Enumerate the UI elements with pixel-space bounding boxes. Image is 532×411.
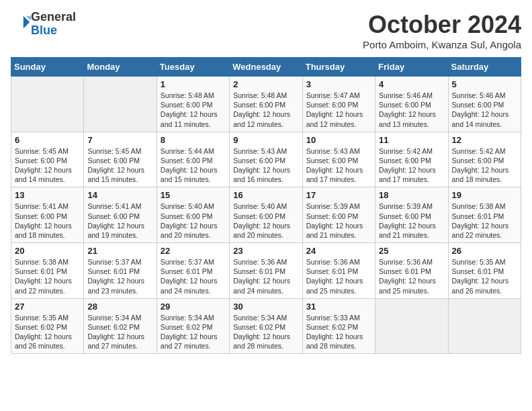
calendar-cell: 9Sunrise: 5:43 AM Sunset: 6:00 PM Daylig… xyxy=(230,132,302,187)
calendar-cell: 8Sunrise: 5:44 AM Sunset: 6:00 PM Daylig… xyxy=(157,132,229,187)
weekday-header-wednesday: Wednesday xyxy=(230,58,302,77)
calendar-cell: 7Sunrise: 5:45 AM Sunset: 6:00 PM Daylig… xyxy=(84,132,157,187)
calendar-cell xyxy=(11,77,84,132)
day-number: 22 xyxy=(161,246,226,256)
day-detail: Sunrise: 5:36 AM Sunset: 6:01 PM Dayligh… xyxy=(233,257,298,295)
calendar-cell: 25Sunrise: 5:36 AM Sunset: 6:01 PM Dayli… xyxy=(375,243,448,299)
calendar-week-row: 6Sunrise: 5:45 AM Sunset: 6:00 PM Daylig… xyxy=(11,132,521,187)
day-number: 15 xyxy=(161,190,226,200)
calendar-cell: 27Sunrise: 5:35 AM Sunset: 6:02 PM Dayli… xyxy=(11,298,84,354)
day-number: 30 xyxy=(233,302,298,312)
day-number: 8 xyxy=(161,135,226,145)
calendar-cell xyxy=(84,77,157,132)
calendar-cell: 2Sunrise: 5:48 AM Sunset: 6:00 PM Daylig… xyxy=(230,77,302,132)
day-number: 27 xyxy=(15,302,80,312)
day-number: 29 xyxy=(161,302,226,312)
calendar-cell xyxy=(448,298,521,354)
month-title: October 2024 xyxy=(363,11,521,39)
day-detail: Sunrise: 5:47 AM Sunset: 6:00 PM Dayligh… xyxy=(306,91,371,129)
day-number: 18 xyxy=(379,190,444,200)
calendar-week-row: 20Sunrise: 5:38 AM Sunset: 6:01 PM Dayli… xyxy=(11,243,521,299)
day-detail: Sunrise: 5:42 AM Sunset: 6:00 PM Dayligh… xyxy=(379,146,444,185)
day-number: 4 xyxy=(379,79,444,89)
weekday-header-monday: Monday xyxy=(84,58,157,77)
title-block: October 2024 Porto Amboim, Kwanza Sul, A… xyxy=(363,11,521,50)
calendar-cell: 10Sunrise: 5:43 AM Sunset: 6:00 PM Dayli… xyxy=(302,132,375,187)
weekday-header-row: SundayMondayTuesdayWednesdayThursdayFrid… xyxy=(11,58,521,77)
weekday-header-friday: Friday xyxy=(375,58,448,77)
day-number: 28 xyxy=(87,302,152,312)
day-detail: Sunrise: 5:45 AM Sunset: 6:00 PM Dayligh… xyxy=(87,146,152,185)
day-number: 25 xyxy=(379,246,444,256)
calendar-cell: 19Sunrise: 5:38 AM Sunset: 6:01 PM Dayli… xyxy=(448,187,521,243)
calendar-week-row: 1Sunrise: 5:48 AM Sunset: 6:00 PM Daylig… xyxy=(11,77,521,132)
calendar-cell: 16Sunrise: 5:40 AM Sunset: 6:00 PM Dayli… xyxy=(230,187,302,243)
day-number: 7 xyxy=(87,135,152,145)
day-number: 11 xyxy=(379,135,444,145)
day-number: 14 xyxy=(87,190,152,200)
calendar-cell: 22Sunrise: 5:37 AM Sunset: 6:01 PM Dayli… xyxy=(157,243,229,299)
day-number: 17 xyxy=(306,190,371,200)
day-detail: Sunrise: 5:46 AM Sunset: 6:00 PM Dayligh… xyxy=(379,91,444,129)
day-number: 24 xyxy=(306,246,371,256)
calendar-cell: 21Sunrise: 5:37 AM Sunset: 6:01 PM Dayli… xyxy=(84,243,157,299)
day-detail: Sunrise: 5:36 AM Sunset: 6:01 PM Dayligh… xyxy=(306,257,371,295)
weekday-header-sunday: Sunday xyxy=(11,58,84,77)
day-detail: Sunrise: 5:41 AM Sunset: 6:00 PM Dayligh… xyxy=(87,201,152,240)
day-detail: Sunrise: 5:36 AM Sunset: 6:01 PM Dayligh… xyxy=(379,257,444,295)
day-detail: Sunrise: 5:43 AM Sunset: 6:00 PM Dayligh… xyxy=(233,146,298,185)
calendar-cell xyxy=(375,298,448,354)
calendar-cell: 20Sunrise: 5:38 AM Sunset: 6:01 PM Dayli… xyxy=(11,243,84,299)
calendar-week-row: 13Sunrise: 5:41 AM Sunset: 6:00 PM Dayli… xyxy=(11,187,521,243)
day-number: 3 xyxy=(306,79,371,89)
day-number: 5 xyxy=(452,79,517,89)
calendar-cell: 26Sunrise: 5:35 AM Sunset: 6:01 PM Dayli… xyxy=(448,243,521,299)
day-number: 6 xyxy=(15,135,80,145)
day-detail: Sunrise: 5:39 AM Sunset: 6:00 PM Dayligh… xyxy=(379,201,444,240)
day-detail: Sunrise: 5:34 AM Sunset: 6:02 PM Dayligh… xyxy=(233,313,298,351)
day-detail: Sunrise: 5:42 AM Sunset: 6:00 PM Dayligh… xyxy=(452,146,517,185)
day-detail: Sunrise: 5:35 AM Sunset: 6:01 PM Dayligh… xyxy=(452,257,517,295)
day-detail: Sunrise: 5:41 AM Sunset: 6:00 PM Dayligh… xyxy=(15,201,80,240)
day-number: 16 xyxy=(233,190,298,200)
calendar-cell: 6Sunrise: 5:45 AM Sunset: 6:00 PM Daylig… xyxy=(11,132,84,187)
calendar-cell: 14Sunrise: 5:41 AM Sunset: 6:00 PM Dayli… xyxy=(84,187,157,243)
day-detail: Sunrise: 5:46 AM Sunset: 6:00 PM Dayligh… xyxy=(452,91,517,129)
day-number: 13 xyxy=(15,190,80,200)
logo-text: General Blue xyxy=(31,11,76,38)
day-detail: Sunrise: 5:38 AM Sunset: 6:01 PM Dayligh… xyxy=(452,201,517,240)
day-detail: Sunrise: 5:48 AM Sunset: 6:00 PM Dayligh… xyxy=(161,91,226,129)
logo: General Blue xyxy=(11,11,76,38)
day-number: 2 xyxy=(233,79,298,89)
calendar-cell: 11Sunrise: 5:42 AM Sunset: 6:00 PM Dayli… xyxy=(375,132,448,187)
day-number: 31 xyxy=(306,302,371,312)
calendar-cell: 23Sunrise: 5:36 AM Sunset: 6:01 PM Dayli… xyxy=(230,243,302,299)
day-detail: Sunrise: 5:34 AM Sunset: 6:02 PM Dayligh… xyxy=(161,313,226,351)
logo-icon xyxy=(12,13,31,32)
calendar-cell: 28Sunrise: 5:34 AM Sunset: 6:02 PM Dayli… xyxy=(84,298,157,354)
calendar-cell: 30Sunrise: 5:34 AM Sunset: 6:02 PM Dayli… xyxy=(230,298,302,354)
day-detail: Sunrise: 5:40 AM Sunset: 6:00 PM Dayligh… xyxy=(161,201,226,240)
calendar-cell: 18Sunrise: 5:39 AM Sunset: 6:00 PM Dayli… xyxy=(375,187,448,243)
day-number: 20 xyxy=(15,246,80,256)
day-detail: Sunrise: 5:44 AM Sunset: 6:00 PM Dayligh… xyxy=(161,146,226,185)
calendar-cell: 12Sunrise: 5:42 AM Sunset: 6:00 PM Dayli… xyxy=(448,132,521,187)
day-detail: Sunrise: 5:48 AM Sunset: 6:00 PM Dayligh… xyxy=(233,91,298,129)
day-number: 21 xyxy=(87,246,152,256)
calendar-cell: 5Sunrise: 5:46 AM Sunset: 6:00 PM Daylig… xyxy=(448,77,521,132)
day-detail: Sunrise: 5:43 AM Sunset: 6:00 PM Dayligh… xyxy=(306,146,371,185)
calendar-cell: 17Sunrise: 5:39 AM Sunset: 6:00 PM Dayli… xyxy=(302,187,375,243)
calendar-week-row: 27Sunrise: 5:35 AM Sunset: 6:02 PM Dayli… xyxy=(11,298,521,354)
day-detail: Sunrise: 5:40 AM Sunset: 6:00 PM Dayligh… xyxy=(233,201,298,240)
day-detail: Sunrise: 5:37 AM Sunset: 6:01 PM Dayligh… xyxy=(87,257,152,295)
calendar-cell: 3Sunrise: 5:47 AM Sunset: 6:00 PM Daylig… xyxy=(302,77,375,132)
weekday-header-thursday: Thursday xyxy=(302,58,375,77)
day-number: 23 xyxy=(233,246,298,256)
day-number: 9 xyxy=(233,135,298,145)
calendar-table: SundayMondayTuesdayWednesdayThursdayFrid… xyxy=(11,57,521,354)
day-detail: Sunrise: 5:39 AM Sunset: 6:00 PM Dayligh… xyxy=(306,201,371,240)
calendar-cell: 15Sunrise: 5:40 AM Sunset: 6:00 PM Dayli… xyxy=(157,187,229,243)
calendar-cell: 31Sunrise: 5:33 AM Sunset: 6:02 PM Dayli… xyxy=(302,298,375,354)
page-header: General Blue October 2024 Porto Amboim, … xyxy=(11,11,521,50)
location: Porto Amboim, Kwanza Sul, Angola xyxy=(363,39,521,50)
